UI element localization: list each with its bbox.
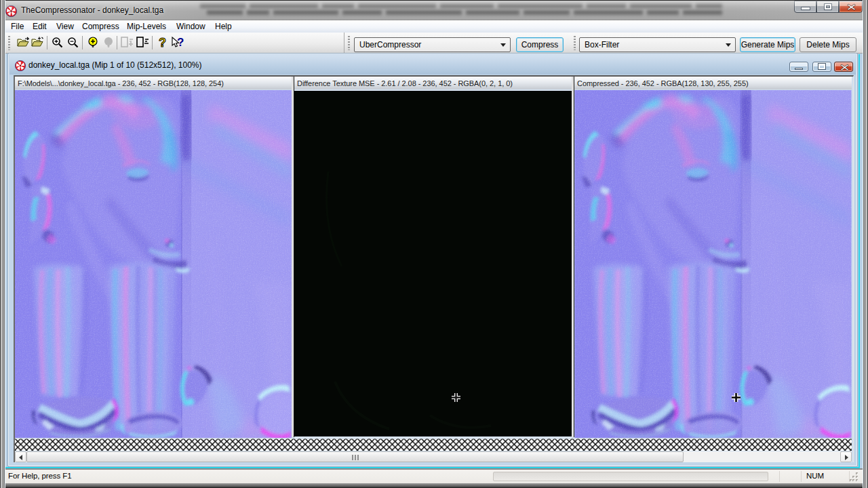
svg-text:?: ? xyxy=(177,37,184,49)
svg-text:?: ? xyxy=(159,37,166,49)
